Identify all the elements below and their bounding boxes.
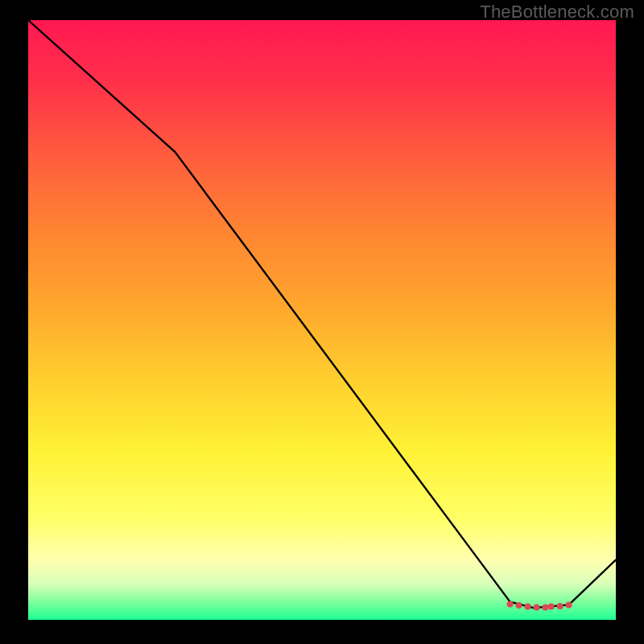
markers-group — [507, 601, 572, 611]
chart-container: TheBottleneck.com — [0, 0, 644, 644]
marker-point — [557, 603, 564, 609]
marker-point — [507, 601, 514, 608]
chart-svg — [28, 20, 616, 620]
curve-line — [28, 20, 616, 608]
watermark-text: TheBottleneck.com — [480, 2, 634, 23]
marker-point — [548, 604, 555, 610]
marker-point — [525, 604, 531, 610]
marker-point — [542, 604, 548, 610]
marker-point — [566, 601, 572, 608]
marker-point — [534, 604, 540, 610]
marker-point — [516, 602, 522, 609]
